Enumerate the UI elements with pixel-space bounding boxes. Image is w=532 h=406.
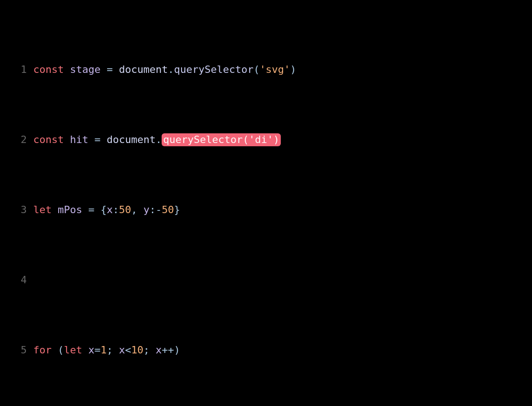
punct: : <box>150 204 156 215</box>
number: 50 <box>119 204 131 215</box>
line-number: 1 <box>0 61 33 78</box>
identifier: x <box>156 344 162 356</box>
identifier: y <box>143 204 149 215</box>
keyword-const: const <box>33 134 70 145</box>
punct: { <box>101 204 107 215</box>
code-line-3[interactable]: 3 let mPos = {x:50, y:-50} <box>0 201 532 219</box>
operator: = <box>94 344 100 356</box>
punct: . <box>156 134 162 145</box>
identifier: document <box>107 134 156 145</box>
identifier: x <box>119 344 125 356</box>
operator: = <box>88 134 107 145</box>
punct: ( <box>254 64 260 75</box>
punct: ) <box>273 134 279 145</box>
number: 50 <box>162 204 174 215</box>
punct: . <box>168 64 174 75</box>
identifier: hit <box>70 134 88 145</box>
method: querySelector <box>163 134 242 145</box>
string: 'svg' <box>260 64 290 75</box>
operator: - <box>156 204 162 215</box>
keyword-let: let <box>64 344 88 356</box>
code-line-4[interactable]: 4 <box>0 271 532 289</box>
code-content[interactable]: const stage = document.querySelector('sv… <box>33 61 532 78</box>
keyword-const: const <box>33 64 70 75</box>
keyword-for: for <box>33 344 58 356</box>
operator: < <box>125 344 131 356</box>
identifier: document <box>119 64 168 75</box>
code-line-2[interactable]: 2 const hit = document.querySelector('di… <box>0 131 532 149</box>
punct: ; <box>143 344 156 356</box>
operator: = <box>82 204 101 215</box>
code-content[interactable]: const hit = document.querySelector('di') <box>33 131 532 149</box>
punct: ( <box>242 134 248 145</box>
identifier: stage <box>70 64 100 75</box>
identifier: mPos <box>58 204 82 215</box>
number: 1 <box>101 344 107 356</box>
punct: , <box>131 204 144 215</box>
line-number: 2 <box>0 131 33 149</box>
code-line-1[interactable]: 1 const stage = document.querySelector('… <box>0 61 532 78</box>
string: 'di' <box>249 134 273 145</box>
identifier: x <box>107 204 113 215</box>
code-line-5[interactable]: 5 for (let x=1; x<10; x++) <box>0 341 532 359</box>
keyword-let: let <box>33 204 58 215</box>
punct: ( <box>58 344 64 356</box>
code-editor[interactable]: 1 const stage = document.querySelector('… <box>0 0 532 406</box>
line-number: 4 <box>0 271 33 289</box>
operator: ++ <box>162 344 174 356</box>
code-content[interactable]: for (let x=1; x<10; x++) <box>33 341 532 359</box>
code-content[interactable]: let mPos = {x:50, y:-50} <box>33 201 532 219</box>
line-number: 3 <box>0 201 33 219</box>
highlighted-token: querySelector('di') <box>162 133 281 146</box>
number: 10 <box>131 344 144 356</box>
line-number: 5 <box>0 341 33 359</box>
punct: ; <box>107 344 119 356</box>
method: querySelector <box>174 64 254 75</box>
identifier: x <box>88 344 94 356</box>
punct: : <box>113 204 119 215</box>
operator: = <box>101 64 119 75</box>
punct: ) <box>174 344 180 356</box>
punct: } <box>174 204 180 215</box>
punct: ) <box>290 64 296 75</box>
